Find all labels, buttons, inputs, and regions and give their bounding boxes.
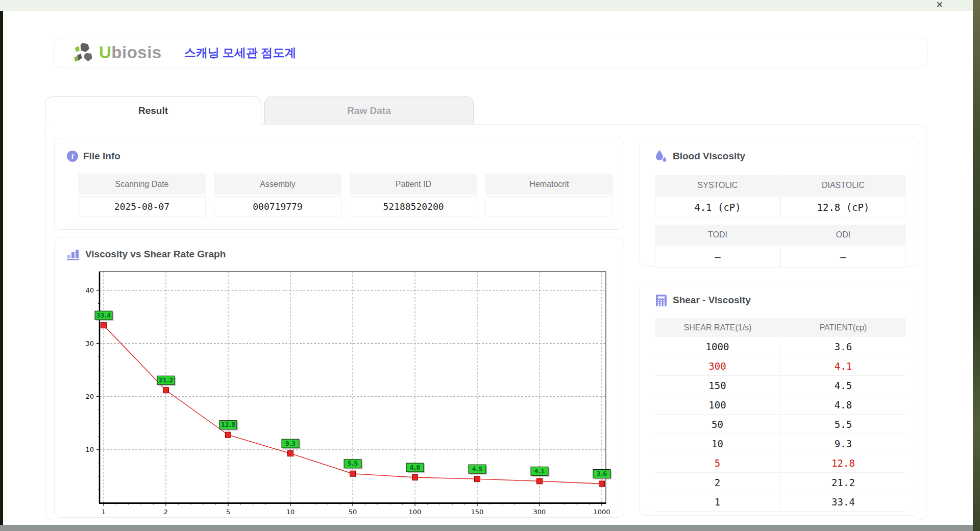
svg-text:1000: 1000 xyxy=(593,508,610,516)
bv-value-row-2: – – xyxy=(655,246,906,268)
shear-rate-cell: 100 xyxy=(655,395,780,414)
app-title: 스캐닝 모세관 점도계 xyxy=(184,45,297,61)
taskbar-strip xyxy=(0,525,973,531)
table-row: 1504.5 xyxy=(655,376,906,395)
svg-text:2: 2 xyxy=(164,508,168,516)
shear-rate-cell: 1 xyxy=(655,492,780,511)
tab-result[interactable]: Result xyxy=(45,96,261,125)
info-icon: i xyxy=(67,151,78,162)
file-info-col-hematocrit: Hematocrit xyxy=(485,174,613,216)
graph-title-row: Viscosity vs Shear Rate Graph xyxy=(67,248,226,261)
svg-text:12.8: 12.8 xyxy=(221,421,235,428)
logo-text: Ubiosis xyxy=(99,43,162,62)
systolic-value: 4.1 (cP) xyxy=(655,196,780,218)
svg-text:33.4: 33.4 xyxy=(96,312,111,319)
file-info-grid: Scanning Date 2025-08-07 Assembly 000719… xyxy=(78,174,613,216)
svg-text:300: 300 xyxy=(533,508,546,516)
tab-bar: Result Raw Data xyxy=(45,96,474,125)
patient-viscosity-cell: 33.4 xyxy=(780,492,906,511)
shear-title-row: Shear - Viscosity xyxy=(654,294,751,307)
svg-text:10: 10 xyxy=(286,508,295,516)
file-info-title: File Info xyxy=(83,151,120,162)
systolic-label: SYSTOLIC xyxy=(655,175,780,196)
field-value: 52188520200 xyxy=(350,196,477,216)
svg-text:3.6: 3.6 xyxy=(597,470,607,477)
blood-viscosity-card: Blood Viscosity SYSTOLIC DIASTOLIC 4.1 (… xyxy=(640,138,918,267)
shear-rate-cell: 1000 xyxy=(655,337,780,356)
table-row: 512.8 xyxy=(655,453,906,473)
patient-viscosity-cell: 4.5 xyxy=(780,376,906,395)
table-row: 221.2 xyxy=(655,473,906,492)
bv-header-row-2: TODI ODI xyxy=(655,225,906,245)
app-window: Ubiosis 스캐닝 모세관 점도계 Result Raw Data i Fi… xyxy=(3,11,973,525)
file-info-card: i File Info Scanning Date 2025-08-07 Ass… xyxy=(54,138,624,230)
field-value: 000719779 xyxy=(214,196,341,216)
svg-text:1: 1 xyxy=(102,508,106,516)
droplets-icon xyxy=(654,150,668,163)
patient-viscosity-cell: 12.8 xyxy=(780,453,906,472)
logo-letter-u: U xyxy=(99,43,111,62)
svg-text:30: 30 xyxy=(85,340,94,347)
close-button[interactable]: ✕ xyxy=(936,0,943,11)
table-row: 133.4 xyxy=(655,492,906,512)
field-label: Scanning Date xyxy=(78,174,206,195)
desktop-wallpaper-edge xyxy=(973,0,980,531)
file-info-col-scanning-date: Scanning Date 2025-08-07 xyxy=(78,174,206,216)
bar-chart-icon xyxy=(67,248,80,261)
field-label: Patient ID xyxy=(350,174,477,195)
file-info-col-patient-id: Patient ID 52188520200 xyxy=(350,174,477,216)
patient-viscosity-cell: 21.2 xyxy=(780,473,906,492)
blood-viscosity-title: Blood Viscosity xyxy=(673,151,745,162)
svg-text:20: 20 xyxy=(85,393,94,400)
shear-rate-cell: 5 xyxy=(655,453,780,472)
table-row: 1004.8 xyxy=(655,395,906,415)
svg-text:4.1: 4.1 xyxy=(534,468,545,475)
svg-text:5.5: 5.5 xyxy=(348,460,358,467)
result-panel: i File Info Scanning Date 2025-08-07 Ass… xyxy=(45,124,926,520)
shear-rate-cell: 300 xyxy=(655,356,780,375)
todi-value: – xyxy=(655,246,780,268)
svg-text:9.3: 9.3 xyxy=(285,440,296,447)
file-info-title-row: i File Info xyxy=(67,151,120,162)
svg-text:10: 10 xyxy=(85,446,94,453)
shear-rate-cell: 2 xyxy=(655,473,780,492)
diastolic-value: 12.8 (cP) xyxy=(780,196,906,218)
patient-viscosity-cell: 4.8 xyxy=(780,395,906,414)
ubiosis-logo: Ubiosis xyxy=(72,41,162,64)
odi-value: – xyxy=(780,246,906,268)
patient-viscosity-cell: 9.3 xyxy=(780,434,906,453)
svg-text:4.5: 4.5 xyxy=(472,466,482,473)
patient-column-header: PATIENT(cp) xyxy=(780,318,906,337)
field-value xyxy=(485,196,613,216)
shear-table-header: SHEAR RATE(1/s) PATIENT(cp) xyxy=(655,318,906,337)
ubiosis-logo-icon xyxy=(72,41,96,64)
file-info-col-assembly: Assembly 000719779 xyxy=(214,174,341,216)
odi-label: ODI xyxy=(780,225,906,245)
bv-value-row-1: 4.1 (cP) 12.8 (cP) xyxy=(655,196,906,218)
svg-text:150: 150 xyxy=(471,508,484,516)
table-row: 10003.6 xyxy=(655,337,906,356)
table-row: 505.5 xyxy=(655,415,906,434)
todi-label: TODI xyxy=(655,225,780,245)
patient-viscosity-cell: 5.5 xyxy=(780,415,906,433)
shear-viscosity-card: Shear - Viscosity SHEAR RATE(1/s) PATIEN… xyxy=(640,282,918,516)
patient-viscosity-cell: 3.6 xyxy=(780,337,906,356)
graph-title: Viscosity vs Shear Rate Graph xyxy=(85,249,226,260)
svg-text:50: 50 xyxy=(349,508,357,516)
svg-text:100: 100 xyxy=(409,508,422,516)
shear-table-body: 10003.63004.11504.51004.8505.5109.3512.8… xyxy=(655,337,906,512)
shear-rate-cell: 50 xyxy=(655,415,780,433)
diastolic-label: DIASTOLIC xyxy=(780,175,906,196)
tab-raw-data[interactable]: Raw Data xyxy=(264,96,474,124)
table-row: 109.3 xyxy=(655,434,906,453)
window-titlebar: ✕ xyxy=(0,0,973,11)
graph-card: Viscosity vs Shear Rate Graph 1020304012… xyxy=(54,237,624,518)
shear-viscosity-title: Shear - Viscosity xyxy=(673,295,751,306)
shear-rate-cell: 150 xyxy=(655,376,780,395)
blood-viscosity-title-row: Blood Viscosity xyxy=(654,150,745,163)
shear-rate-column-header: SHEAR RATE(1/s) xyxy=(655,318,780,337)
field-label: Assembly xyxy=(214,174,341,195)
svg-text:21.2: 21.2 xyxy=(159,377,173,384)
svg-text:40: 40 xyxy=(85,286,94,294)
patient-viscosity-cell: 4.1 xyxy=(780,356,906,375)
